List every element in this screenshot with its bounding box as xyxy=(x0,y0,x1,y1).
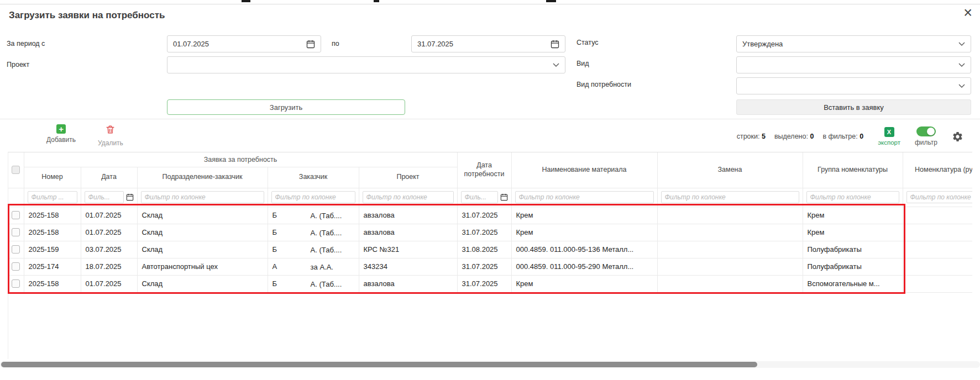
toggle-knob xyxy=(927,128,935,135)
column-filter-input[interactable] xyxy=(141,191,264,203)
column-filter-input[interactable] xyxy=(906,191,972,203)
period-to-label: по xyxy=(332,40,339,48)
column-header-8[interactable]: Группа номенклатуры xyxy=(803,152,903,188)
chevron-down-icon xyxy=(958,84,965,88)
chevron-down-icon xyxy=(958,63,965,67)
calendar-icon[interactable] xyxy=(551,40,559,49)
load-button[interactable]: Загрузить xyxy=(167,99,405,115)
column-header-2[interactable]: Подразделение-заказчик xyxy=(137,167,268,188)
cell-nomenclature xyxy=(903,241,972,258)
project-select[interactable] xyxy=(167,56,565,73)
add-button[interactable]: + Добавить xyxy=(46,124,76,147)
calendar-icon[interactable] xyxy=(306,40,315,49)
cell-customer: БА. (Таб.... xyxy=(268,207,359,224)
row-checkbox[interactable] xyxy=(12,262,20,271)
cell-need_date: 31.07.2025 xyxy=(457,275,511,292)
cell-project: 343234 xyxy=(359,258,457,275)
cell-date: 03.07.2025 xyxy=(81,241,137,258)
column-filter-input[interactable] xyxy=(271,191,355,203)
table-row[interactable]: 2025-15801.07.2025СкладБА. (Таб....авзал… xyxy=(8,224,972,241)
row-checkbox-cell xyxy=(8,258,24,275)
export-button[interactable]: X экспорт xyxy=(878,127,900,146)
cell-date: 01.07.2025 xyxy=(81,275,137,292)
cell-date: 01.07.2025 xyxy=(81,224,137,241)
column-header-1[interactable]: Дата xyxy=(81,167,137,188)
cell-need_date: 31.07.2025 xyxy=(457,258,511,275)
column-filter-input[interactable] xyxy=(85,191,124,203)
delete-button[interactable]: Удалить xyxy=(98,124,123,147)
filter-toggle[interactable]: фильтр xyxy=(915,126,937,146)
rows-counter: строки: 5 xyxy=(737,133,766,140)
filter-toggle-label: фильтр xyxy=(915,139,937,146)
cell-number: 2025-158 xyxy=(24,224,81,241)
insert-into-request-button[interactable]: Вставить в заявку xyxy=(736,99,971,115)
cell-group: Крем xyxy=(803,224,903,241)
cell-project: КРС №321 xyxy=(359,241,457,258)
trash-icon xyxy=(105,124,116,137)
vid-select[interactable] xyxy=(736,56,971,73)
period-from-field[interactable] xyxy=(167,35,321,52)
calendar-icon[interactable] xyxy=(500,193,508,201)
cell-customer: БА. (Таб.... xyxy=(268,224,359,241)
column-header-9[interactable]: Номенклатура (руч ввод) xyxy=(903,152,972,188)
column-filter-input[interactable] xyxy=(28,191,77,203)
row-checkbox-cell xyxy=(8,207,24,224)
column-filter-input[interactable] xyxy=(515,191,654,203)
column-header-6[interactable]: Наименование материала xyxy=(511,152,657,188)
add-label: Добавить xyxy=(46,136,76,144)
table-row[interactable]: 2025-15801.07.2025СкладБА. (Таб....авзал… xyxy=(8,207,972,224)
column-header-4[interactable]: Проект xyxy=(359,167,457,188)
filter-cell-5 xyxy=(457,188,511,207)
close-icon[interactable]: × xyxy=(963,6,972,20)
cell-customer: БА. (Таб.... xyxy=(268,275,359,292)
cell-number: 2025-159 xyxy=(24,241,81,258)
period-to-input[interactable] xyxy=(417,40,547,48)
cell-number: 2025-158 xyxy=(24,275,81,292)
column-filter-input[interactable] xyxy=(461,191,498,203)
column-header-5[interactable]: Дата потребности xyxy=(457,152,511,188)
period-from-input[interactable] xyxy=(173,40,303,48)
calendar-icon[interactable] xyxy=(126,193,134,201)
cell-project: авзалова xyxy=(359,207,457,224)
row-checkbox[interactable] xyxy=(12,211,20,219)
status-value: Утверждена xyxy=(742,40,955,48)
select-all-checkbox[interactable] xyxy=(12,166,20,174)
export-label: экспорт xyxy=(878,139,900,146)
filter-cell-1 xyxy=(81,188,137,207)
column-filter-input[interactable] xyxy=(806,191,899,203)
background-window-fragment xyxy=(242,0,250,2)
cell-need_date: 31.08.2025 xyxy=(457,241,511,258)
cell-date: 18.07.2025 xyxy=(81,258,137,275)
filter-cell-4 xyxy=(359,188,457,207)
cell-material: 000.4859. 011.000-95-290 Металл... xyxy=(511,258,657,275)
column-header-3[interactable]: Заказчик xyxy=(268,167,359,188)
gear-icon[interactable] xyxy=(952,131,963,142)
row-checkbox[interactable] xyxy=(12,279,20,288)
filter-cell-7 xyxy=(657,188,803,207)
column-filter-input[interactable] xyxy=(363,191,454,203)
table-row[interactable]: 2025-15903.07.2025СкладБА. (Таб....КРС №… xyxy=(8,241,972,258)
row-checkbox[interactable] xyxy=(12,245,20,254)
column-header-7[interactable]: Замена xyxy=(657,152,803,188)
add-icon: + xyxy=(56,124,66,134)
cell-nomenclature xyxy=(903,207,972,224)
filter-row-corner xyxy=(8,188,24,207)
table-row[interactable]: 2025-17418.07.2025Автотранспортный цехАз… xyxy=(8,258,972,275)
cell-group: Полуфабрикаты xyxy=(803,258,903,275)
row-checkbox-cell xyxy=(8,241,24,258)
row-checkbox[interactable] xyxy=(12,228,20,236)
cell-project: авзалова xyxy=(359,224,457,241)
period-to-field[interactable] xyxy=(411,35,565,52)
status-select[interactable]: Утверждена xyxy=(736,35,971,52)
column-filter-input[interactable] xyxy=(661,191,799,203)
select-all-cell xyxy=(8,152,24,188)
column-header-0[interactable]: Номер xyxy=(24,167,81,188)
cell-number: 2025-174 xyxy=(24,258,81,275)
table-row[interactable]: 2025-15801.07.2025СкладБА. (Таб....авзал… xyxy=(8,275,972,292)
toggle-on-icon[interactable] xyxy=(916,126,936,136)
vid-potrebnosti-select[interactable] xyxy=(736,77,971,94)
requests-grid: Заявка за потребностьДата потребностиНаи… xyxy=(8,152,972,359)
horizontal-scrollbar-thumb[interactable] xyxy=(1,362,757,367)
filter-cell-6 xyxy=(511,188,657,207)
cell-group: Вспомогательные м... xyxy=(803,275,903,292)
